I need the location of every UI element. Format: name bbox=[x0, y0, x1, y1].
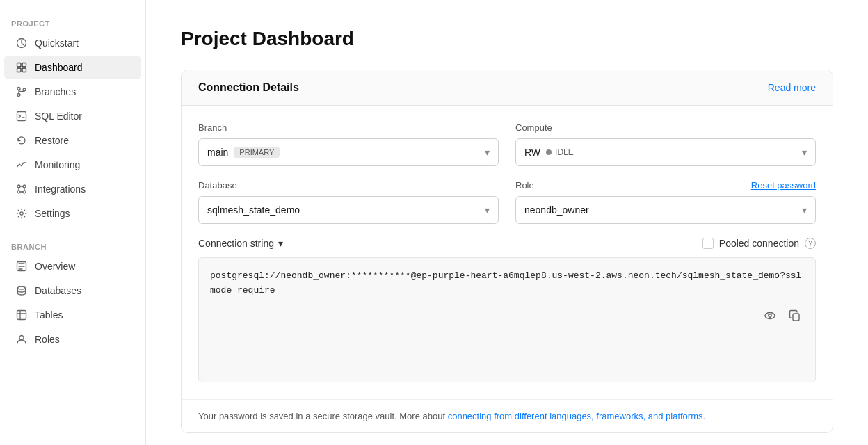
role-value: neondb_owner bbox=[524, 204, 589, 216]
sidebar-item-branches-label: Branches bbox=[35, 86, 76, 97]
show-password-button[interactable] bbox=[761, 307, 779, 325]
sidebar-item-sql-editor[interactable]: SQL Editor bbox=[4, 104, 141, 128]
sidebar-item-sql-editor-label: SQL Editor bbox=[35, 111, 82, 122]
sidebar-item-quickstart[interactable]: Quickstart bbox=[4, 31, 141, 55]
card-header: Connection Details Read more bbox=[182, 70, 833, 106]
pooled-connection-label: Pooled connection bbox=[719, 238, 799, 249]
database-label: Database bbox=[198, 180, 499, 191]
sidebar-item-tables[interactable]: Tables bbox=[4, 303, 141, 327]
database-group: Database sqlmesh_state_demo ▾ bbox=[198, 180, 499, 224]
database-role-row: Database sqlmesh_state_demo ▾ Role Reset… bbox=[198, 180, 816, 224]
branch-section: BRANCH Overview Databases bbox=[0, 237, 145, 352]
idle-dot bbox=[546, 149, 552, 155]
branch-chevron-icon: ▾ bbox=[485, 147, 490, 158]
compute-label: Compute bbox=[515, 122, 816, 133]
sidebar-item-dashboard[interactable]: Dashboard bbox=[4, 56, 141, 79]
role-label-row: Role Reset password bbox=[515, 180, 816, 191]
svg-point-15 bbox=[18, 286, 26, 289]
restore-icon bbox=[15, 134, 28, 147]
sidebar: PROJECT Quickstart Dashboard bbox=[0, 0, 146, 445]
integrations-icon bbox=[15, 183, 28, 195]
sidebar-item-branches[interactable]: Branches bbox=[4, 80, 141, 104]
connection-string-chevron-icon: ▾ bbox=[278, 238, 283, 249]
databases-icon bbox=[15, 284, 28, 297]
overview-icon bbox=[15, 260, 28, 273]
database-select[interactable]: sqlmesh_state_demo ▾ bbox=[198, 196, 499, 224]
sidebar-item-restore-label: Restore bbox=[35, 135, 69, 146]
sidebar-item-quickstart-label: Quickstart bbox=[35, 38, 79, 49]
sidebar-item-databases[interactable]: Databases bbox=[4, 279, 141, 302]
svg-point-18 bbox=[765, 312, 775, 318]
role-group: Role Reset password neondb_owner ▾ bbox=[515, 180, 816, 224]
compute-chevron-icon: ▾ bbox=[802, 147, 807, 158]
sidebar-item-roles-label: Roles bbox=[35, 334, 60, 345]
pooled-connection-checkbox[interactable] bbox=[702, 238, 714, 249]
sidebar-item-tables-label: Tables bbox=[35, 309, 63, 321]
branch-section-label: BRANCH bbox=[0, 237, 145, 254]
database-chevron-icon: ▾ bbox=[485, 204, 490, 216]
svg-rect-20 bbox=[793, 314, 799, 321]
role-select[interactable]: neondb_owner ▾ bbox=[515, 196, 816, 224]
svg-point-19 bbox=[769, 314, 771, 316]
project-section: PROJECT Quickstart Dashboard bbox=[0, 14, 145, 226]
quickstart-icon bbox=[15, 37, 28, 49]
sidebar-item-monitoring[interactable]: Monitoring bbox=[4, 153, 141, 177]
roles-icon bbox=[15, 333, 28, 346]
pooled-help-icon[interactable]: ? bbox=[805, 238, 816, 249]
sidebar-item-integrations[interactable]: Integrations bbox=[4, 177, 141, 201]
compute-select-left: RW IDLE bbox=[524, 147, 574, 158]
database-value: sqlmesh_state_demo bbox=[207, 204, 300, 216]
monitoring-icon bbox=[15, 159, 28, 171]
sidebar-item-monitoring-label: Monitoring bbox=[35, 159, 80, 170]
branch-select[interactable]: main PRIMARY ▾ bbox=[198, 138, 499, 166]
read-more-link[interactable]: Read more bbox=[768, 82, 816, 93]
branch-group: Branch main PRIMARY ▾ bbox=[198, 122, 499, 166]
sql-editor-icon bbox=[15, 110, 28, 122]
branches-icon bbox=[15, 86, 28, 98]
connection-string-row: Connection string ▾ Pooled connection ? bbox=[198, 238, 816, 249]
database-select-left: sqlmesh_state_demo bbox=[207, 204, 300, 216]
connection-details-card: Connection Details Read more Branch main… bbox=[181, 70, 833, 433]
role-select-left: neondb_owner bbox=[524, 204, 589, 216]
connection-string-box: postgresql://neondb_owner:***********@ep… bbox=[198, 257, 816, 382]
connection-string-label[interactable]: Connection string ▾ bbox=[198, 238, 283, 249]
sidebar-item-roles[interactable]: Roles bbox=[4, 327, 141, 351]
svg-rect-3 bbox=[17, 68, 22, 72]
compute-group: Compute RW IDLE ▾ bbox=[515, 122, 816, 166]
sidebar-item-settings[interactable]: Settings bbox=[4, 202, 141, 225]
branch-compute-row: Branch main PRIMARY ▾ Compute RW bbox=[198, 122, 816, 166]
connection-string-value: postgresql://neondb_owner:***********@ep… bbox=[210, 270, 801, 296]
branch-label: Branch bbox=[198, 122, 499, 133]
compute-select[interactable]: RW IDLE ▾ bbox=[515, 138, 816, 166]
role-chevron-icon: ▾ bbox=[802, 204, 807, 216]
sidebar-item-settings-label: Settings bbox=[35, 208, 70, 219]
page-title: Project Dashboard bbox=[181, 28, 833, 50]
branch-select-left: main PRIMARY bbox=[207, 147, 280, 158]
connection-string-actions bbox=[210, 307, 804, 325]
copy-button[interactable] bbox=[786, 307, 804, 325]
role-label: Role bbox=[515, 180, 534, 191]
main-content: Project Dashboard Connection Details Rea… bbox=[146, 0, 868, 445]
idle-label: IDLE bbox=[555, 147, 574, 157]
footer-text: Your password is saved in a secure stora… bbox=[198, 411, 448, 421]
svg-rect-16 bbox=[17, 311, 26, 320]
svg-rect-8 bbox=[17, 112, 26, 121]
card-title: Connection Details bbox=[198, 81, 299, 94]
svg-rect-1 bbox=[17, 63, 22, 67]
compute-value: RW bbox=[524, 147, 540, 158]
footer-link[interactable]: connecting from different languages, fra… bbox=[448, 411, 705, 421]
sidebar-item-integrations-label: Integrations bbox=[35, 184, 86, 195]
sidebar-item-databases-label: Databases bbox=[35, 285, 81, 296]
svg-point-17 bbox=[19, 336, 24, 340]
svg-rect-4 bbox=[22, 68, 26, 72]
card-footer: Your password is saved in a secure stora… bbox=[182, 399, 833, 432]
sidebar-item-overview[interactable]: Overview bbox=[4, 254, 141, 278]
sidebar-item-restore[interactable]: Restore bbox=[4, 129, 141, 152]
tables-icon bbox=[15, 309, 28, 321]
idle-badge: IDLE bbox=[546, 147, 574, 157]
svg-point-13 bbox=[20, 212, 23, 215]
sidebar-item-overview-label: Overview bbox=[35, 261, 75, 272]
reset-password-link[interactable]: Reset password bbox=[751, 180, 816, 191]
dashboard-icon bbox=[15, 61, 28, 74]
connection-string-text: Connection string bbox=[198, 238, 274, 249]
